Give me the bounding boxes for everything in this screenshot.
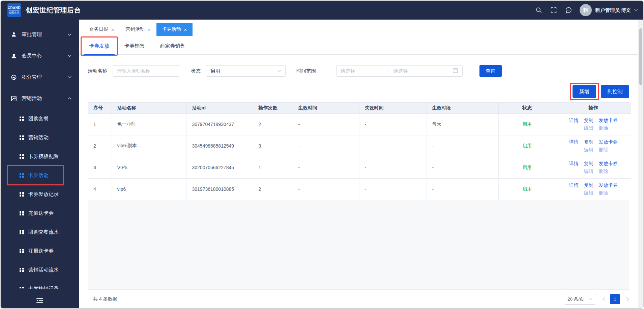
search-icon[interactable]: [535, 6, 543, 14]
sidebar-item-approval[interactable]: 审批管理: [1, 24, 79, 45]
scrollbar-thumb[interactable]: [639, 28, 642, 85]
copy-link[interactable]: 复制: [584, 139, 593, 145]
chevron-down-icon: [68, 55, 71, 57]
cell-effective-period: -: [427, 178, 498, 200]
sidebar-subitem-register-card[interactable]: 注册送卡券: [1, 241, 79, 260]
issue-card-link[interactable]: 发放卡券: [599, 161, 618, 167]
sidebar-subitem-marketing-flow[interactable]: 营销活动流水: [1, 260, 79, 279]
status-badge: 启用: [522, 186, 532, 191]
issue-card-link[interactable]: 发放卡券: [599, 182, 618, 188]
sidebar-item-marketing[interactable]: 营销活动: [1, 88, 79, 109]
sidebar-subitem-card-activity[interactable]: 卡券活动: [1, 166, 79, 185]
sidebar-subitem-group-package-flow[interactable]: 团购套餐流水: [1, 223, 79, 241]
issue-card-link[interactable]: 发放卡券: [599, 118, 618, 124]
subtab-label: 卡券销售: [124, 43, 145, 49]
edit-link[interactable]: 编辑: [584, 147, 593, 153]
sidebar-item-member-center[interactable]: 会员中心: [1, 45, 79, 67]
sidebar-subitem-card-verify-record[interactable]: 卡券核销记录: [1, 279, 79, 289]
delete-link[interactable]: 删除: [599, 147, 608, 153]
sidebar-subitem-recharge-card[interactable]: 充值送卡券: [1, 204, 79, 223]
cell-status: 启用: [498, 135, 556, 157]
tab-card-activity[interactable]: 卡券活动 ×: [156, 23, 193, 36]
close-icon[interactable]: ×: [111, 27, 114, 32]
cell-status: 启用: [498, 113, 556, 135]
approval-person-icon: [11, 32, 17, 38]
table-toolbar: 新增 列控制: [88, 85, 629, 98]
row-actions: 详情 复制 发放卡券 编辑 删除: [569, 118, 618, 131]
sidebar: 审批管理 会员中心: [1, 20, 79, 308]
copy-link[interactable]: 复制: [584, 161, 593, 167]
grid-icon: [20, 287, 24, 289]
tab-finance-daily[interactable]: 财务日报 ×: [84, 23, 120, 36]
scrollbar-track[interactable]: [638, 20, 643, 308]
col-actions: 操作: [556, 103, 631, 113]
sidebar-subitem-marketing-activity[interactable]: 营销活动: [1, 128, 79, 147]
sidebar-subitem-label: 注册送卡券: [28, 248, 54, 254]
sidebar-subitem-group-package[interactable]: 团购套餐: [1, 109, 79, 128]
logo-subtext: 创宏世纪: [9, 10, 19, 14]
edit-link[interactable]: 编辑: [584, 190, 593, 196]
fullscreen-icon[interactable]: [550, 6, 557, 14]
open-tabs-bar: 财务日报 × 营销活动 × 卡券活动 ×: [79, 20, 638, 38]
tab-label: 卡券活动: [162, 26, 181, 32]
col-activity-id: 活动id: [186, 103, 253, 113]
table-row: 4 vip6 3019736180010885 2 - - - 启用 详情: [88, 178, 631, 200]
delete-link[interactable]: 删除: [599, 125, 608, 131]
delete-link[interactable]: 删除: [599, 169, 608, 175]
page-size-select[interactable]: 20 条/页: [564, 294, 596, 305]
chevron-up-icon: [68, 97, 71, 100]
next-page-icon[interactable]: [626, 297, 629, 302]
table-row: 3 VIP5 3020070566227845 1 - - - 启用 详情: [88, 157, 631, 178]
cell-effective-time: -: [293, 135, 359, 157]
subtab-card-sale[interactable]: 卡券销售: [119, 38, 150, 54]
copy-link[interactable]: 复制: [584, 182, 593, 188]
column-control-button[interactable]: 列控制: [601, 85, 629, 98]
cell-activity-name: vip6-副本: [112, 135, 186, 157]
subtab-card-issue[interactable]: 卡券发放: [84, 38, 115, 54]
issue-card-link[interactable]: 发放卡券: [599, 139, 618, 145]
avatar[interactable]: 租: [580, 4, 592, 16]
copy-link[interactable]: 复制: [584, 118, 593, 124]
grid-icon: [20, 117, 24, 121]
message-icon[interactable]: [565, 6, 572, 14]
close-icon[interactable]: ×: [184, 27, 187, 32]
sidebar-item-label: 营销活动: [22, 95, 42, 102]
detail-link[interactable]: 详情: [569, 139, 579, 145]
tab-marketing-activity[interactable]: 营销活动 ×: [120, 23, 156, 36]
date-range-picker[interactable]: 请选择 - 请选择: [336, 65, 463, 77]
status-select[interactable]: 启用: [206, 65, 286, 77]
activity-name-input[interactable]: [113, 65, 180, 77]
user-name[interactable]: 租户管理员 博文: [595, 7, 631, 14]
detail-link[interactable]: 详情: [569, 161, 579, 167]
cell-status: 启用: [498, 157, 556, 178]
subtab-merchant-coupon-sale[interactable]: 商家券销售: [154, 38, 191, 54]
grid-icon: [20, 268, 24, 272]
prev-page-icon[interactable]: [602, 297, 605, 302]
close-icon[interactable]: ×: [148, 27, 151, 32]
page-number-button[interactable]: 1: [610, 294, 620, 304]
row-actions: 详情 复制 发放卡券 编辑 删除: [569, 139, 618, 153]
sidebar-subitem-label: 卡券发放记录: [28, 191, 59, 198]
sidebar-collapse-button[interactable]: [1, 296, 79, 305]
search-button[interactable]: 查询: [479, 65, 502, 77]
sidebar-subitem-card-template[interactable]: 卡券模板配置: [1, 147, 79, 166]
sidebar-item-points[interactable]: 积分管理: [1, 67, 79, 88]
row-actions: 详情 复制 发放卡券 编辑 删除: [569, 161, 618, 175]
sidebar-subitem-card-issue-record[interactable]: 卡券发放记录: [1, 185, 79, 204]
activity-table: 序号 活动名称 活动id 操作次数 生效时间 失效时间 生效时段 状态 操作: [88, 103, 631, 200]
date-end-placeholder[interactable]: 请选择: [393, 68, 452, 74]
edit-link[interactable]: 编辑: [584, 169, 593, 175]
cell-index: 3: [88, 157, 112, 178]
table-empty-area: [88, 200, 629, 290]
edit-link[interactable]: 编辑: [584, 125, 593, 131]
status-label: 状态: [191, 68, 201, 74]
add-button[interactable]: 新增: [573, 85, 596, 98]
grid-icon: [20, 135, 24, 140]
subtab-label: 商家券销售: [160, 43, 185, 49]
delete-link[interactable]: 删除: [599, 190, 608, 196]
filter-bar: 活动名称 状态 启用 时间范围 请选择 - 请选择: [88, 65, 629, 77]
chevron-down-icon[interactable]: [634, 9, 638, 11]
date-start-placeholder[interactable]: 请选择: [341, 68, 387, 74]
detail-link[interactable]: 详情: [569, 182, 579, 188]
detail-link[interactable]: 详情: [569, 118, 579, 124]
